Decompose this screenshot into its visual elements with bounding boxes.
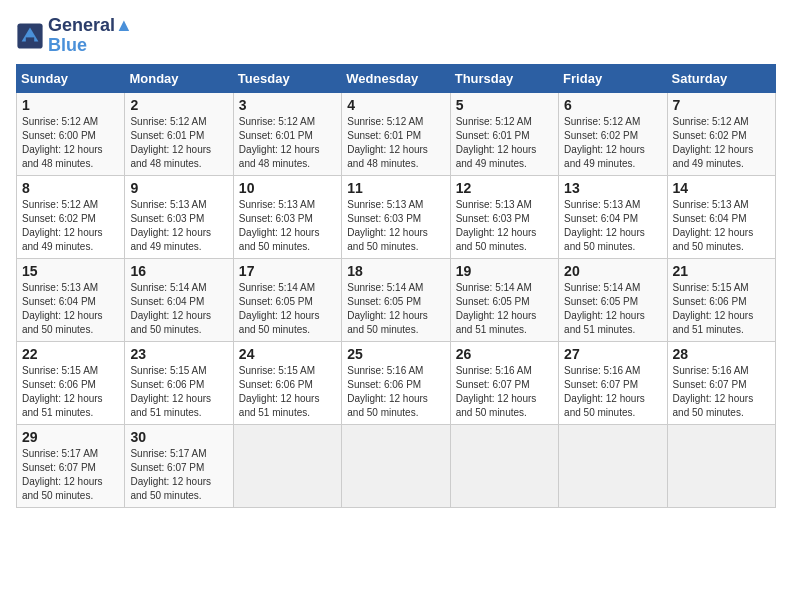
calendar-day-cell: 19 Sunrise: 5:14 AMSunset: 6:05 PMDaylig… (450, 258, 558, 341)
day-number: 9 (130, 180, 227, 196)
calendar-week-row: 1 Sunrise: 5:12 AMSunset: 6:00 PMDayligh… (17, 92, 776, 175)
calendar-day-cell (233, 424, 341, 507)
day-info: Sunrise: 5:12 AMSunset: 6:01 PMDaylight:… (239, 115, 336, 171)
weekday-header-cell: Tuesday (233, 64, 341, 92)
calendar-day-cell (667, 424, 775, 507)
day-info: Sunrise: 5:12 AMSunset: 6:02 PMDaylight:… (673, 115, 770, 171)
day-info: Sunrise: 5:15 AMSunset: 6:06 PMDaylight:… (130, 364, 227, 420)
day-number: 25 (347, 346, 444, 362)
day-number: 1 (22, 97, 119, 113)
day-info: Sunrise: 5:13 AMSunset: 6:03 PMDaylight:… (130, 198, 227, 254)
day-number: 21 (673, 263, 770, 279)
calendar-day-cell: 28 Sunrise: 5:16 AMSunset: 6:07 PMDaylig… (667, 341, 775, 424)
day-number: 6 (564, 97, 661, 113)
day-number: 7 (673, 97, 770, 113)
day-number: 22 (22, 346, 119, 362)
calendar-day-cell (559, 424, 667, 507)
day-number: 12 (456, 180, 553, 196)
day-info: Sunrise: 5:12 AMSunset: 6:01 PMDaylight:… (347, 115, 444, 171)
calendar-day-cell: 29 Sunrise: 5:17 AMSunset: 6:07 PMDaylig… (17, 424, 125, 507)
day-number: 13 (564, 180, 661, 196)
day-number: 14 (673, 180, 770, 196)
calendar-day-cell: 26 Sunrise: 5:16 AMSunset: 6:07 PMDaylig… (450, 341, 558, 424)
day-number: 11 (347, 180, 444, 196)
day-number: 23 (130, 346, 227, 362)
day-info: Sunrise: 5:16 AMSunset: 6:06 PMDaylight:… (347, 364, 444, 420)
calendar-day-cell: 30 Sunrise: 5:17 AMSunset: 6:07 PMDaylig… (125, 424, 233, 507)
day-number: 28 (673, 346, 770, 362)
day-info: Sunrise: 5:14 AMSunset: 6:05 PMDaylight:… (347, 281, 444, 337)
day-number: 15 (22, 263, 119, 279)
calendar-day-cell: 23 Sunrise: 5:15 AMSunset: 6:06 PMDaylig… (125, 341, 233, 424)
weekday-header-cell: Friday (559, 64, 667, 92)
logo-icon (16, 22, 44, 50)
calendar-day-cell: 15 Sunrise: 5:13 AMSunset: 6:04 PMDaylig… (17, 258, 125, 341)
day-info: Sunrise: 5:13 AMSunset: 6:03 PMDaylight:… (456, 198, 553, 254)
weekday-header-cell: Monday (125, 64, 233, 92)
day-info: Sunrise: 5:14 AMSunset: 6:05 PMDaylight:… (456, 281, 553, 337)
calendar-day-cell: 12 Sunrise: 5:13 AMSunset: 6:03 PMDaylig… (450, 175, 558, 258)
calendar-day-cell: 27 Sunrise: 5:16 AMSunset: 6:07 PMDaylig… (559, 341, 667, 424)
calendar-day-cell: 13 Sunrise: 5:13 AMSunset: 6:04 PMDaylig… (559, 175, 667, 258)
svg-rect-2 (26, 37, 34, 43)
calendar-week-row: 15 Sunrise: 5:13 AMSunset: 6:04 PMDaylig… (17, 258, 776, 341)
calendar-day-cell: 4 Sunrise: 5:12 AMSunset: 6:01 PMDayligh… (342, 92, 450, 175)
calendar-day-cell: 18 Sunrise: 5:14 AMSunset: 6:05 PMDaylig… (342, 258, 450, 341)
day-info: Sunrise: 5:15 AMSunset: 6:06 PMDaylight:… (239, 364, 336, 420)
day-number: 16 (130, 263, 227, 279)
day-info: Sunrise: 5:16 AMSunset: 6:07 PMDaylight:… (456, 364, 553, 420)
calendar-day-cell: 7 Sunrise: 5:12 AMSunset: 6:02 PMDayligh… (667, 92, 775, 175)
day-number: 24 (239, 346, 336, 362)
day-info: Sunrise: 5:15 AMSunset: 6:06 PMDaylight:… (22, 364, 119, 420)
day-info: Sunrise: 5:13 AMSunset: 6:04 PMDaylight:… (673, 198, 770, 254)
calendar-day-cell: 9 Sunrise: 5:13 AMSunset: 6:03 PMDayligh… (125, 175, 233, 258)
calendar-day-cell: 1 Sunrise: 5:12 AMSunset: 6:00 PMDayligh… (17, 92, 125, 175)
logo: General▲ Blue (16, 16, 133, 56)
day-info: Sunrise: 5:17 AMSunset: 6:07 PMDaylight:… (22, 447, 119, 503)
day-number: 10 (239, 180, 336, 196)
calendar-day-cell: 22 Sunrise: 5:15 AMSunset: 6:06 PMDaylig… (17, 341, 125, 424)
weekday-header-cell: Sunday (17, 64, 125, 92)
day-number: 3 (239, 97, 336, 113)
calendar-day-cell: 6 Sunrise: 5:12 AMSunset: 6:02 PMDayligh… (559, 92, 667, 175)
logo-text: General▲ Blue (48, 16, 133, 56)
day-number: 4 (347, 97, 444, 113)
calendar-week-row: 29 Sunrise: 5:17 AMSunset: 6:07 PMDaylig… (17, 424, 776, 507)
day-info: Sunrise: 5:14 AMSunset: 6:05 PMDaylight:… (239, 281, 336, 337)
day-number: 26 (456, 346, 553, 362)
day-info: Sunrise: 5:12 AMSunset: 6:00 PMDaylight:… (22, 115, 119, 171)
day-number: 2 (130, 97, 227, 113)
day-info: Sunrise: 5:15 AMSunset: 6:06 PMDaylight:… (673, 281, 770, 337)
day-number: 20 (564, 263, 661, 279)
calendar-day-cell: 24 Sunrise: 5:15 AMSunset: 6:06 PMDaylig… (233, 341, 341, 424)
day-info: Sunrise: 5:13 AMSunset: 6:03 PMDaylight:… (347, 198, 444, 254)
day-info: Sunrise: 5:16 AMSunset: 6:07 PMDaylight:… (564, 364, 661, 420)
calendar-day-cell (450, 424, 558, 507)
day-info: Sunrise: 5:13 AMSunset: 6:03 PMDaylight:… (239, 198, 336, 254)
day-number: 27 (564, 346, 661, 362)
day-number: 29 (22, 429, 119, 445)
calendar-table: SundayMondayTuesdayWednesdayThursdayFrid… (16, 64, 776, 508)
calendar-day-cell (342, 424, 450, 507)
day-info: Sunrise: 5:14 AMSunset: 6:05 PMDaylight:… (564, 281, 661, 337)
day-number: 19 (456, 263, 553, 279)
calendar-day-cell: 2 Sunrise: 5:12 AMSunset: 6:01 PMDayligh… (125, 92, 233, 175)
calendar-day-cell: 21 Sunrise: 5:15 AMSunset: 6:06 PMDaylig… (667, 258, 775, 341)
day-info: Sunrise: 5:16 AMSunset: 6:07 PMDaylight:… (673, 364, 770, 420)
day-number: 8 (22, 180, 119, 196)
day-number: 30 (130, 429, 227, 445)
calendar-day-cell: 14 Sunrise: 5:13 AMSunset: 6:04 PMDaylig… (667, 175, 775, 258)
day-info: Sunrise: 5:13 AMSunset: 6:04 PMDaylight:… (564, 198, 661, 254)
day-number: 17 (239, 263, 336, 279)
day-info: Sunrise: 5:12 AMSunset: 6:02 PMDaylight:… (564, 115, 661, 171)
calendar-week-row: 22 Sunrise: 5:15 AMSunset: 6:06 PMDaylig… (17, 341, 776, 424)
calendar-day-cell: 8 Sunrise: 5:12 AMSunset: 6:02 PMDayligh… (17, 175, 125, 258)
calendar-week-row: 8 Sunrise: 5:12 AMSunset: 6:02 PMDayligh… (17, 175, 776, 258)
day-info: Sunrise: 5:12 AMSunset: 6:01 PMDaylight:… (456, 115, 553, 171)
day-info: Sunrise: 5:17 AMSunset: 6:07 PMDaylight:… (130, 447, 227, 503)
calendar-day-cell: 11 Sunrise: 5:13 AMSunset: 6:03 PMDaylig… (342, 175, 450, 258)
page-header: General▲ Blue (16, 16, 776, 56)
weekday-header-row: SundayMondayTuesdayWednesdayThursdayFrid… (17, 64, 776, 92)
calendar-day-cell: 16 Sunrise: 5:14 AMSunset: 6:04 PMDaylig… (125, 258, 233, 341)
calendar-day-cell: 10 Sunrise: 5:13 AMSunset: 6:03 PMDaylig… (233, 175, 341, 258)
